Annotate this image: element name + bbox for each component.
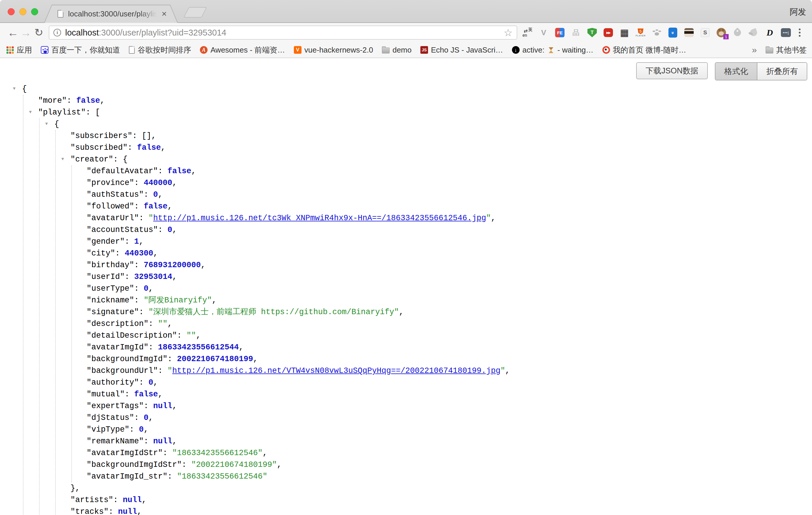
password-box-icon[interactable]: •••| (781, 28, 791, 37)
json-value: null (153, 437, 172, 446)
json-punct: , (505, 366, 510, 375)
json-punct: , (172, 178, 177, 187)
collapse-triangle-icon[interactable]: ▼ (61, 153, 64, 165)
json-value: null (123, 496, 142, 505)
view-toggle-group: 格式化 折叠所有 (715, 62, 807, 81)
hummingbird-icon[interactable] (749, 28, 759, 37)
json-value: 0 (144, 284, 148, 293)
json-punct: [ (95, 108, 100, 117)
profile-name[interactable]: 阿发 (790, 6, 806, 18)
json-line: }, (0, 482, 80, 494)
json-punct: , (153, 249, 158, 258)
address-bar[interactable]: i localhost:3000/user/playlist?uid=32953… (49, 26, 517, 40)
bookmark-label: 其他书签 (776, 45, 807, 55)
bookmark-label: 应用 (17, 45, 32, 55)
collapse-triangle-icon[interactable]: ▼ (29, 107, 32, 118)
page-info-icon[interactable]: i (53, 29, 61, 36)
json-punct: }, (70, 484, 80, 493)
json-punct: , (153, 378, 158, 387)
bird-icon[interactable] (732, 28, 743, 37)
json-key: "description" (87, 319, 149, 328)
download-json-button[interactable]: 下载JSON数据 (636, 62, 708, 79)
json-punct: , (167, 319, 172, 328)
bookmark-item[interactable]: demo (382, 46, 412, 55)
bookmark-item[interactable]: 应用 (6, 45, 32, 55)
bookmark-item[interactable]: AAwesomes - 前端资… (200, 45, 285, 55)
bookmark-item[interactable]: Vvue-hackernews-2.0 (294, 46, 373, 55)
json-punct: { (54, 120, 59, 128)
bookmark-item[interactable]: 我的首页 微博-随时… (602, 45, 686, 55)
vimium-icon[interactable]: » (668, 28, 678, 37)
json-line: "subscribed": false, (0, 142, 166, 153)
zoom-window-button[interactable] (31, 8, 38, 15)
json-punct: { (22, 85, 27, 93)
json-key: "defaultAvatar" (87, 167, 158, 176)
json-string: "2002210674180199" (191, 460, 277, 469)
json-line: "signature": "深圳市爱猫人士，前端工程师 https://gith… (0, 306, 404, 318)
bookmarks-overflow-icon[interactable]: » (752, 45, 757, 55)
json-key: "city" (87, 249, 115, 258)
qr-code-icon[interactable]: ▦ (619, 28, 630, 37)
bookmark-item[interactable]: 百度一下，你就知道 (41, 45, 120, 55)
bookmark-item[interactable]: 谷歌按时间排序 (129, 45, 191, 55)
json-line: "avatarImgId": 18633423556612544, (0, 341, 244, 353)
sitemap-icon[interactable]: 品 (571, 28, 581, 37)
fast-forward-icon[interactable]: ▶▶ (603, 28, 613, 37)
json-line: "avatarImgId_str": "18633423556612546" (0, 471, 267, 482)
forward-button[interactable]: → (19, 27, 32, 38)
json-key: "avatarImgId" (87, 343, 149, 352)
reload-button[interactable]: ↻ (32, 27, 45, 38)
html5-player-icon[interactable]: 5PLAYER (636, 28, 645, 37)
chrome-menu-icon[interactable] (794, 27, 806, 38)
json-tree: ▼{"more": false,▼"playlist": [▼{"subscri… (0, 83, 812, 515)
bookmark-item[interactable]: ↓active:- waiting… (512, 46, 593, 55)
json-line: ▼{ (0, 83, 27, 95)
bookmark-item[interactable]: JSEcho JS - JavaScri… (420, 46, 503, 55)
collapse-all-button[interactable]: 折叠所有 (757, 63, 807, 80)
json-link[interactable]: http://p1.music.126.net/tc3Wk_XNPmwiR4hx… (153, 214, 486, 223)
mask-icon[interactable] (684, 28, 694, 37)
json-punct: , (172, 437, 177, 446)
json-key: "tracks" (70, 507, 109, 515)
minimize-window-button[interactable] (19, 8, 26, 15)
json-line: "description": "", (0, 318, 172, 330)
json-line: "authority": 0, (0, 377, 158, 389)
d-icon[interactable]: D (765, 28, 775, 37)
json-key: "avatarUrl" (87, 214, 139, 223)
json-line: "backgroundImgId": 2002210674180199, (0, 353, 258, 365)
fe-icon[interactable]: FE (555, 28, 565, 37)
tampermonkey-icon[interactable]: 1 (716, 28, 726, 37)
json-link[interactable]: http://p1.music.126.net/VTW4vsN08vwL3uSQ… (172, 366, 500, 375)
url-text[interactable]: localhost:3000/user/playlist?uid=3295301… (65, 28, 501, 37)
format-button[interactable]: 格式化 (716, 63, 757, 80)
json-punct: , (172, 402, 177, 410)
json-key: "backgroundImgIdStr" (87, 460, 182, 469)
bookmark-label: Awesomes - 前端资… (210, 45, 285, 55)
vue-devtools-icon[interactable]: V (539, 28, 549, 37)
json-line: "avatarUrl": "http://p1.music.126.net/tc… (0, 212, 496, 224)
hourglass-icon (549, 47, 553, 53)
back-button[interactable]: ← (6, 27, 19, 38)
s-icon[interactable]: S (700, 28, 710, 37)
new-tab-button[interactable] (183, 7, 207, 18)
browser-tab[interactable]: localhost:3000/user/playlist?ui × (44, 5, 178, 23)
json-punct: , (277, 460, 282, 469)
json-punct: , (139, 237, 144, 246)
translate-icon[interactable]: en英⇄ (523, 28, 532, 37)
json-value: 1 (134, 237, 139, 246)
collapse-triangle-icon[interactable]: ▼ (13, 83, 16, 95)
bookmark-star-icon[interactable]: ☆ (504, 27, 513, 38)
claw-icon[interactable] (652, 28, 662, 37)
json-key: "subscribers" (70, 132, 133, 140)
tab-close-icon[interactable]: × (162, 9, 167, 18)
json-key: "mutual" (87, 390, 125, 399)
bookmarks-bar: 应用百度一下，你就知道谷歌按时间排序AAwesomes - 前端资…Vvue-h… (0, 42, 812, 58)
json-value: 2002210674180199 (177, 355, 253, 364)
bookmark-item[interactable]: 其他书签 (765, 45, 807, 55)
json-key: "avatarImgIdStr" (87, 449, 163, 457)
weibo-icon (602, 46, 610, 54)
collapse-triangle-icon[interactable]: ▼ (45, 118, 48, 130)
close-window-button[interactable] (8, 8, 15, 15)
json-line: ▼{ (0, 118, 59, 130)
shield-t-icon[interactable]: T (587, 28, 597, 37)
